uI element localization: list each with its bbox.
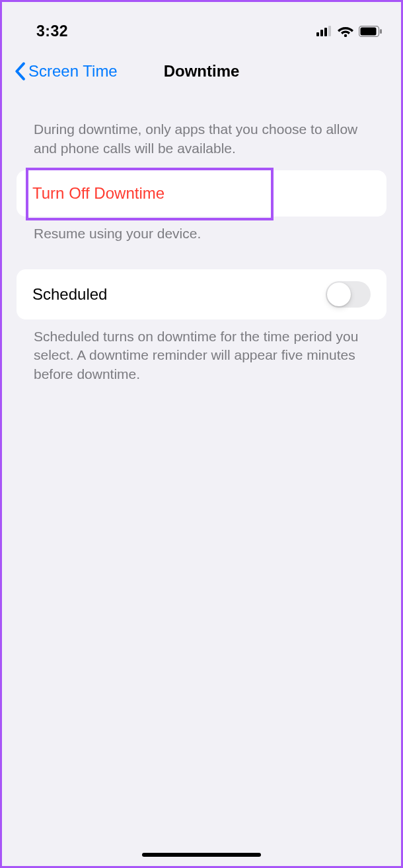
row-group-turn-off: Turn Off Downtime — [17, 170, 386, 217]
row-label: Scheduled — [32, 285, 107, 304]
section-footer: Scheduled turns on downtime for the time… — [2, 319, 401, 384]
svg-rect-3 — [328, 26, 331, 36]
chevron-left-icon — [14, 62, 26, 81]
row-group-scheduled: Scheduled — [17, 269, 386, 319]
battery-icon — [359, 26, 383, 37]
page-title: Downtime — [164, 62, 240, 81]
toggle-knob — [327, 283, 351, 306]
scheduled-toggle[interactable] — [326, 281, 371, 308]
status-time: 3:32 — [36, 22, 68, 40]
cellular-signal-icon — [316, 26, 332, 36]
status-bar: 3:32 — [2, 2, 401, 48]
svg-rect-7 — [380, 29, 382, 34]
svg-rect-2 — [324, 28, 327, 36]
scheduled-row: Scheduled — [17, 269, 386, 319]
status-indicators — [316, 25, 383, 37]
svg-point-4 — [344, 34, 347, 37]
turn-off-downtime-button[interactable]: Turn Off Downtime — [17, 170, 386, 217]
row-label: Turn Off Downtime — [32, 184, 165, 203]
svg-rect-0 — [316, 32, 319, 36]
wifi-icon — [338, 25, 353, 37]
back-label: Screen Time — [28, 62, 118, 81]
svg-rect-6 — [361, 27, 377, 35]
back-button[interactable]: Screen Time — [14, 62, 118, 81]
svg-rect-1 — [320, 30, 323, 36]
section-description: During downtime, only apps that you choo… — [2, 94, 401, 164]
home-indicator[interactable] — [142, 853, 261, 857]
nav-header: Screen Time Downtime — [2, 48, 401, 94]
section-footer: Resume using your device. — [2, 217, 401, 243]
